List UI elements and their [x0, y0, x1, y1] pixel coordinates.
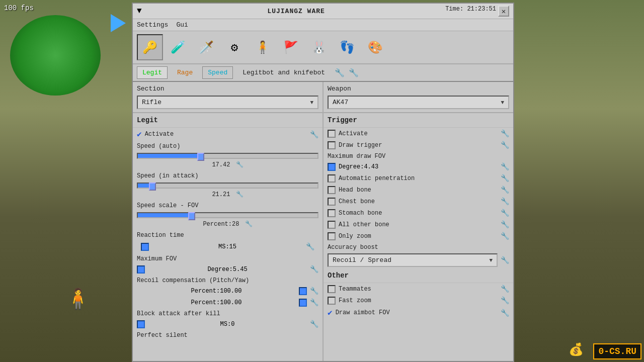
recoil-value2: Percent:100.00 — [137, 299, 296, 306]
section-header-left: Section Rifle ▼ — [133, 82, 323, 113]
max-draw-fov-row: Degree:4.43 🔧 — [324, 161, 513, 172]
max-draw-fov-label: Maximum draw FOV — [324, 151, 513, 161]
block-attack-row: MS:0 🔧 — [133, 318, 323, 330]
all-other-bone-config[interactable]: 🔧 — [501, 220, 509, 229]
tab-rage[interactable]: Rage — [172, 66, 198, 79]
activate-row: ✔ Activate 🔧 — [133, 128, 323, 141]
teammates-checkbox[interactable] — [328, 285, 336, 293]
max-fov-value: Degree:5.45 — [148, 266, 307, 273]
toolbar-icon-rabbit[interactable]: 🐰 — [306, 34, 332, 60]
tab-speed[interactable]: Speed — [202, 66, 233, 79]
teammates-config[interactable]: 🔧 — [501, 285, 509, 293]
block-attack-label: Block attack after kill — [133, 308, 323, 318]
accuracy-boost-dropdown[interactable]: Recoil / Spread ▼ — [328, 253, 498, 267]
recoil-indicator2[interactable] — [299, 299, 307, 307]
auto-penetration-checkbox[interactable] — [328, 174, 336, 183]
draw-aimbot-checkbox[interactable]: ✔ — [328, 308, 333, 318]
draw-aimbot-config[interactable]: 🔧 — [501, 309, 509, 317]
speed-fov-config[interactable]: 🔧 — [245, 221, 253, 228]
speed-auto-thumb[interactable] — [197, 153, 204, 161]
auto-penetration-config[interactable]: 🔧 — [501, 174, 509, 183]
accuracy-boost-row: Recoil / Spread ▼ 🔧 — [324, 252, 513, 268]
recoil-value1: Percent:100.00 — [137, 288, 296, 295]
draw-aimbot-row: ✔ Draw aimbot FOV 🔧 — [324, 306, 513, 319]
stomach-bone-checkbox[interactable] — [328, 209, 336, 217]
weapon-dropdown[interactable]: AK47 ▼ — [328, 96, 509, 109]
section-dropdown[interactable]: Rifle ▼ — [137, 96, 318, 109]
draw-trigger-config[interactable]: 🔧 — [501, 141, 509, 149]
block-config[interactable]: 🔧 — [310, 320, 318, 328]
all-other-bone-checkbox[interactable] — [328, 221, 336, 229]
activate-checkbox[interactable]: ✔ — [137, 129, 142, 139]
accuracy-boost-config[interactable]: 🔧 — [501, 256, 509, 264]
fast-zoom-checkbox[interactable] — [328, 297, 336, 305]
max-fov-config[interactable]: 🔧 — [310, 265, 318, 274]
toolbar-icon-person[interactable]: 🧍 — [250, 34, 276, 60]
corner-logo: 0-CS.RU — [593, 343, 641, 359]
draw-trigger-checkbox[interactable] — [328, 141, 336, 149]
fast-zoom-row: Fast zoom 🔧 — [324, 295, 513, 306]
head-bone-row: Head bone 🔧 — [324, 184, 513, 196]
trigger-activate-checkbox[interactable] — [328, 130, 336, 138]
stomach-bone-config[interactable]: 🔧 — [501, 209, 509, 217]
speed-fov-slider[interactable] — [137, 212, 318, 218]
toolbar-icon-key[interactable]: 🔑 — [137, 34, 163, 60]
head-bone-checkbox[interactable] — [328, 186, 336, 194]
chest-bone-checkbox[interactable] — [328, 198, 336, 206]
max-fov-row: Degree:5.45 🔧 — [133, 263, 323, 275]
menu-gui[interactable]: Gui — [176, 21, 188, 29]
menu-settings[interactable]: Settings — [137, 21, 168, 29]
speed-fov-label: Speed scale - FOV — [133, 200, 323, 210]
only-zoom-checkbox[interactable] — [328, 232, 336, 240]
activate-label: Activate — [145, 131, 307, 138]
speed-attack-config[interactable]: 🔧 — [236, 191, 244, 198]
recoil-config2[interactable]: 🔧 — [310, 298, 318, 307]
draw-aimbot-label: Draw aimbot FOV — [336, 309, 498, 316]
teammates-label: Teammates — [339, 286, 498, 293]
speed-auto-fill — [138, 154, 201, 158]
chest-bone-config[interactable]: 🔧 — [501, 197, 509, 206]
activate-config-icon[interactable]: 🔧 — [310, 130, 318, 139]
toolbar-icon-potion[interactable]: 🧪 — [165, 34, 191, 60]
speed-attack-slider[interactable] — [137, 183, 318, 189]
recoil-config1[interactable]: 🔧 — [310, 287, 318, 295]
content-area: Section Rifle ▼ Legit ✔ Activate 🔧 Speed… — [133, 82, 513, 361]
speed-fov-value: Percent:28 🔧 — [137, 219, 318, 229]
speed-auto-slider[interactable] — [137, 153, 318, 159]
max-draw-fov-config[interactable]: 🔧 — [501, 162, 509, 171]
toolbar-icon-flag[interactable]: 🚩 — [278, 34, 304, 60]
tab-legit[interactable]: Legit — [137, 66, 168, 79]
tab-icon-2[interactable]: 🔧 — [349, 68, 359, 78]
max-fov-indicator[interactable] — [137, 265, 145, 274]
reaction-config[interactable]: 🔧 — [306, 242, 314, 251]
reaction-indicator[interactable] — [141, 243, 149, 251]
speed-auto-config[interactable]: 🔧 — [236, 161, 244, 168]
toolbar-icon-palette[interactable]: 🎨 — [362, 34, 388, 60]
stomach-bone-row: Stomach bone 🔧 — [324, 207, 513, 219]
speed-fov-thumb[interactable] — [188, 212, 195, 220]
toolbar-icon-footprint[interactable]: 👣 — [334, 34, 360, 60]
speed-attack-slider-container: 21.21 🔧 — [133, 180, 323, 200]
section-value: Rifle — [142, 99, 162, 106]
recoil-indicator1[interactable] — [299, 287, 307, 295]
player-figure: 🧍 — [65, 287, 91, 312]
all-other-bone-label: All other bone — [339, 221, 498, 228]
close-button[interactable]: ✕ — [498, 6, 509, 17]
perfect-silent-label: Perfect silent — [133, 330, 323, 340]
tab-legitbot[interactable]: Legitbot and knifebot — [237, 66, 331, 79]
max-draw-fov-indicator[interactable] — [328, 163, 336, 171]
time-display: Time: 21:23:51 — [445, 6, 496, 17]
block-indicator[interactable] — [137, 320, 145, 328]
accuracy-boost-label: Accuracy boost — [324, 242, 513, 252]
toolbar-icon-gear[interactable]: ⚙️ — [221, 34, 248, 60]
only-zoom-config[interactable]: 🔧 — [501, 232, 509, 240]
speed-attack-thumb[interactable] — [149, 183, 156, 191]
trigger-activate-config[interactable]: 🔧 — [501, 129, 509, 138]
stomach-bone-label: Stomach bone — [339, 210, 498, 217]
fast-zoom-config[interactable]: 🔧 — [501, 296, 509, 305]
title-bar-right: Time: 21:23:51 ✕ — [445, 6, 509, 17]
head-bone-config[interactable]: 🔧 — [501, 186, 509, 194]
auto-penetration-label: Automatic penetration — [339, 175, 498, 182]
toolbar-icon-gun[interactable]: 🗡️ — [193, 34, 219, 60]
tab-icon-1[interactable]: 🔧 — [335, 68, 345, 78]
